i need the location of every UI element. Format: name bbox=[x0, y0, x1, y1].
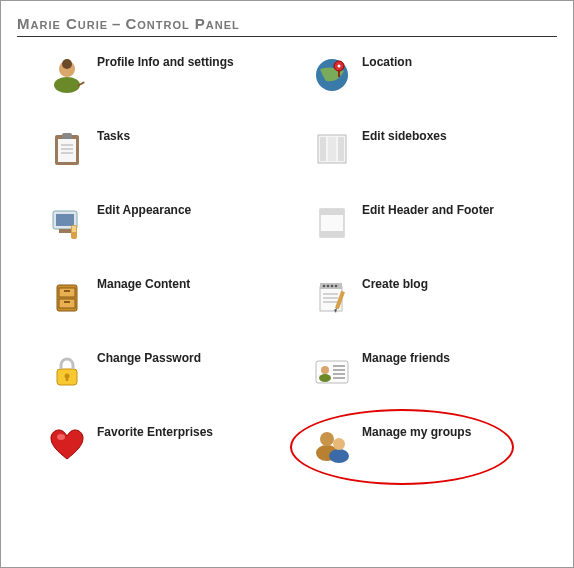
globe-pin-icon bbox=[312, 55, 352, 95]
svg-point-56 bbox=[333, 438, 345, 450]
item-manage-content[interactable]: Manage Content bbox=[47, 277, 292, 317]
svg-rect-30 bbox=[64, 301, 70, 303]
clipboard-icon bbox=[47, 129, 87, 169]
svg-rect-19 bbox=[56, 214, 74, 226]
item-label: Manage friends bbox=[362, 351, 450, 365]
svg-point-34 bbox=[327, 285, 330, 288]
svg-point-33 bbox=[323, 285, 326, 288]
svg-rect-44 bbox=[66, 376, 68, 381]
svg-rect-16 bbox=[328, 137, 336, 161]
item-label: Favorite Enterprises bbox=[97, 425, 213, 439]
item-edit-sideboxes[interactable]: Edit sideboxes bbox=[312, 129, 557, 169]
svg-rect-29 bbox=[64, 290, 70, 292]
columns-icon bbox=[312, 129, 352, 169]
svg-point-6 bbox=[338, 65, 341, 68]
svg-rect-24 bbox=[320, 209, 344, 215]
item-edit-appearance[interactable]: Edit Appearance bbox=[47, 203, 292, 243]
svg-point-52 bbox=[57, 434, 65, 440]
heart-icon bbox=[47, 425, 87, 465]
svg-point-47 bbox=[319, 374, 331, 382]
svg-point-55 bbox=[329, 449, 349, 463]
svg-point-0 bbox=[54, 77, 80, 93]
person-icon bbox=[47, 55, 87, 95]
item-profile-info[interactable]: Profile Info and settings bbox=[47, 55, 292, 95]
item-change-password[interactable]: Change Password bbox=[47, 351, 292, 391]
svg-rect-20 bbox=[59, 229, 71, 233]
item-label: Create blog bbox=[362, 277, 428, 291]
svg-rect-49 bbox=[333, 369, 345, 371]
svg-point-2 bbox=[62, 59, 72, 69]
group-people-icon bbox=[312, 425, 352, 465]
item-manage-my-groups[interactable]: Manage my groups bbox=[312, 425, 557, 465]
item-label: Edit Header and Footer bbox=[362, 203, 494, 217]
appearance-icon bbox=[47, 203, 87, 243]
svg-rect-22 bbox=[72, 226, 76, 232]
svg-rect-17 bbox=[338, 137, 344, 161]
item-label: Location bbox=[362, 55, 412, 69]
svg-point-54 bbox=[320, 432, 334, 446]
svg-rect-28 bbox=[59, 299, 75, 308]
section-name: Control Panel bbox=[125, 15, 239, 32]
svg-point-36 bbox=[335, 285, 338, 288]
item-label: Edit sideboxes bbox=[362, 129, 447, 143]
svg-rect-15 bbox=[320, 137, 326, 161]
contact-card-icon bbox=[312, 351, 352, 391]
item-edit-header-footer[interactable]: Edit Header and Footer bbox=[312, 203, 557, 243]
svg-rect-50 bbox=[333, 373, 345, 375]
svg-point-35 bbox=[331, 285, 334, 288]
item-favorite-enterprises[interactable]: Favorite Enterprises bbox=[47, 425, 292, 465]
svg-rect-9 bbox=[58, 139, 76, 162]
page-title: Marie Curie–Control Panel bbox=[17, 15, 557, 37]
item-label: Edit Appearance bbox=[97, 203, 191, 217]
file-cabinet-icon bbox=[47, 277, 87, 317]
svg-rect-48 bbox=[333, 365, 345, 367]
svg-rect-25 bbox=[320, 231, 344, 237]
item-label: Tasks bbox=[97, 129, 130, 143]
notepad-pencil-icon bbox=[312, 277, 352, 317]
item-label: Profile Info and settings bbox=[97, 55, 234, 69]
item-label: Change Password bbox=[97, 351, 201, 365]
item-location[interactable]: Location bbox=[312, 55, 557, 95]
page-header-footer-icon bbox=[312, 203, 352, 243]
svg-rect-10 bbox=[62, 133, 72, 139]
item-create-blog[interactable]: Create blog bbox=[312, 277, 557, 317]
item-tasks[interactable]: Tasks bbox=[47, 129, 292, 169]
svg-point-46 bbox=[321, 366, 329, 374]
title-separator: – bbox=[108, 15, 125, 32]
lock-icon bbox=[47, 351, 87, 391]
panel-grid: Profile Info and settings Location bbox=[17, 55, 557, 465]
item-label: Manage my groups bbox=[362, 425, 471, 439]
user-name: Marie Curie bbox=[17, 15, 108, 32]
item-manage-friends[interactable]: Manage friends bbox=[312, 351, 557, 391]
item-label: Manage Content bbox=[97, 277, 190, 291]
svg-rect-27 bbox=[59, 288, 75, 297]
control-panel-frame: Marie Curie–Control Panel Profile Info a… bbox=[0, 0, 574, 568]
svg-rect-51 bbox=[333, 377, 345, 379]
